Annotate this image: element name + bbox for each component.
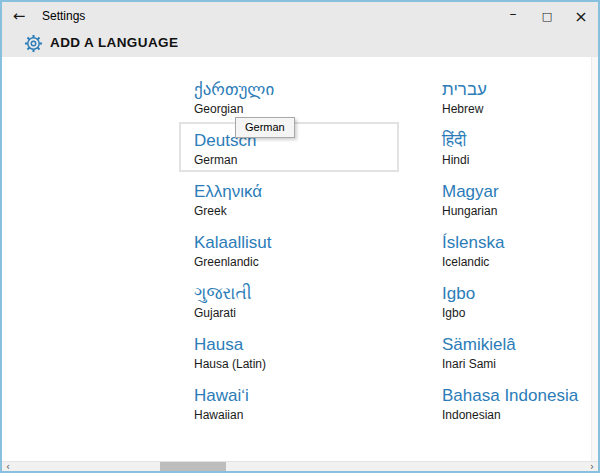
- horizontal-scrollbar[interactable]: ‹ ›: [2, 461, 598, 471]
- language-native-name: Íslenska: [442, 232, 598, 253]
- language-native-name: Hawaiʻi: [194, 385, 397, 406]
- language-tile[interactable]: MagyarHungarian: [427, 173, 598, 223]
- titlebar: ← Settings – □ ×: [2, 2, 598, 30]
- language-english-name: Hawaiian: [194, 408, 397, 423]
- language-native-name: Magyar: [442, 181, 598, 202]
- language-tile[interactable]: ÍslenskaIcelandic: [427, 224, 598, 274]
- language-english-name: Georgian: [194, 102, 397, 117]
- language-tile[interactable]: IgboIgbo: [427, 275, 598, 325]
- language-tile[interactable]: हिंदीHindi: [427, 122, 598, 172]
- language-native-name: Deutsch: [194, 130, 397, 151]
- minimize-icon: –: [510, 5, 517, 21]
- language-tile[interactable]: ქართულიGeorgian: [179, 71, 399, 121]
- gear-icon: [24, 34, 43, 53]
- settings-window: ← Settings – □ ×: [0, 0, 600, 473]
- language-english-name: Indonesian: [442, 408, 598, 423]
- language-english-name: Hebrew: [442, 102, 598, 117]
- language-list-area: German ქართულიGeorgianDeutschGermanΕλλην…: [2, 57, 598, 461]
- language-english-name: Gujarati: [194, 306, 397, 321]
- language-english-name: German: [194, 153, 397, 168]
- language-tile[interactable]: עבריתHebrew: [427, 71, 598, 121]
- language-native-name: Bahasa Indonesia: [442, 385, 598, 406]
- language-native-name: Ελληνικά: [194, 181, 397, 202]
- language-column-right: עבריתHebrewहिंदीHindiMagyarHungarianÍsle…: [427, 71, 598, 427]
- window-title: Settings: [42, 9, 85, 23]
- page-title: ADD A LANGUAGE: [50, 35, 178, 50]
- language-tile[interactable]: ગુજરાતીGujarati: [179, 275, 399, 325]
- language-english-name: Greenlandic: [194, 255, 397, 270]
- close-button[interactable]: ×: [564, 2, 598, 30]
- language-native-name: עברית: [442, 79, 598, 100]
- language-english-name: Hungarian: [442, 204, 598, 219]
- scroll-right-arrow-icon[interactable]: ›: [586, 462, 598, 472]
- language-tile[interactable]: HawaiʻiHawaiian: [179, 377, 399, 427]
- language-tile[interactable]: Bahasa IndonesiaIndonesian: [427, 377, 598, 427]
- language-english-name: Greek: [194, 204, 397, 219]
- back-button[interactable]: ←: [2, 2, 36, 30]
- maximize-icon: □: [542, 10, 552, 23]
- horizontal-scrollbar-thumb[interactable]: [160, 462, 226, 471]
- language-english-name: Hausa (Latin): [194, 357, 397, 372]
- language-native-name: Igbo: [442, 283, 598, 304]
- language-native-name: Sämikielâ: [442, 334, 598, 355]
- language-tile[interactable]: KalaallisutGreenlandic: [179, 224, 399, 274]
- language-english-name: Igbo: [442, 306, 598, 321]
- language-tile[interactable]: ΕλληνικάGreek: [179, 173, 399, 223]
- window-controls: – □ ×: [496, 2, 598, 30]
- close-icon: ×: [574, 7, 587, 26]
- language-english-name: Inari Sami: [442, 357, 598, 372]
- language-tile[interactable]: HausaHausa (Latin): [179, 326, 399, 376]
- language-native-name: ქართული: [194, 79, 397, 100]
- language-english-name: Icelandic: [442, 255, 598, 270]
- tooltip: German: [235, 117, 295, 138]
- language-native-name: Kalaallisut: [194, 232, 397, 253]
- maximize-button[interactable]: □: [530, 2, 564, 30]
- language-native-name: ગુજરાતી: [194, 283, 397, 304]
- language-native-name: Hausa: [194, 334, 397, 355]
- language-tile[interactable]: SämikielâInari Sami: [427, 326, 598, 376]
- page-header: ADD A LANGUAGE: [2, 30, 598, 57]
- language-english-name: Hindi: [442, 153, 598, 168]
- vertical-scrollbar[interactable]: [591, 57, 598, 461]
- language-native-name: हिंदी: [442, 130, 598, 151]
- minimize-button[interactable]: –: [496, 2, 530, 30]
- back-arrow-icon: ←: [13, 7, 26, 25]
- scroll-left-arrow-icon[interactable]: ‹: [2, 462, 14, 472]
